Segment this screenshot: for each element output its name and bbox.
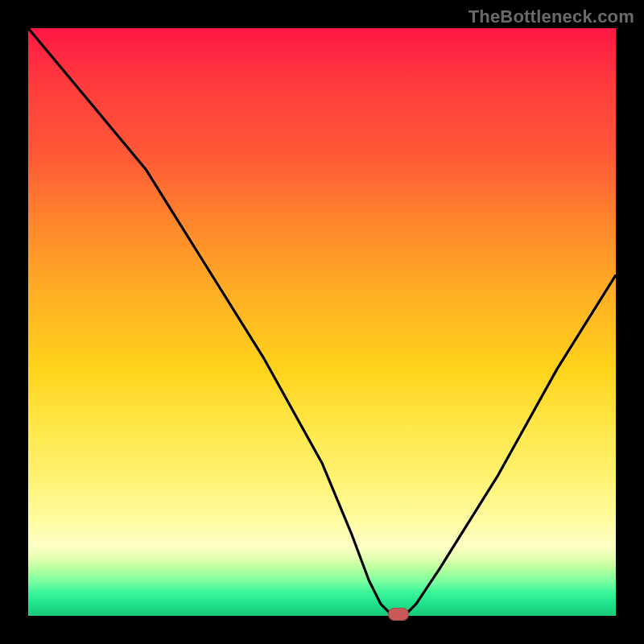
bottleneck-curve — [28, 28, 616, 616]
optimal-point-marker — [388, 608, 409, 621]
chart-frame: TheBottleneck.com — [0, 0, 644, 644]
attribution-text: TheBottleneck.com — [469, 6, 634, 27]
plot-area — [28, 28, 616, 616]
